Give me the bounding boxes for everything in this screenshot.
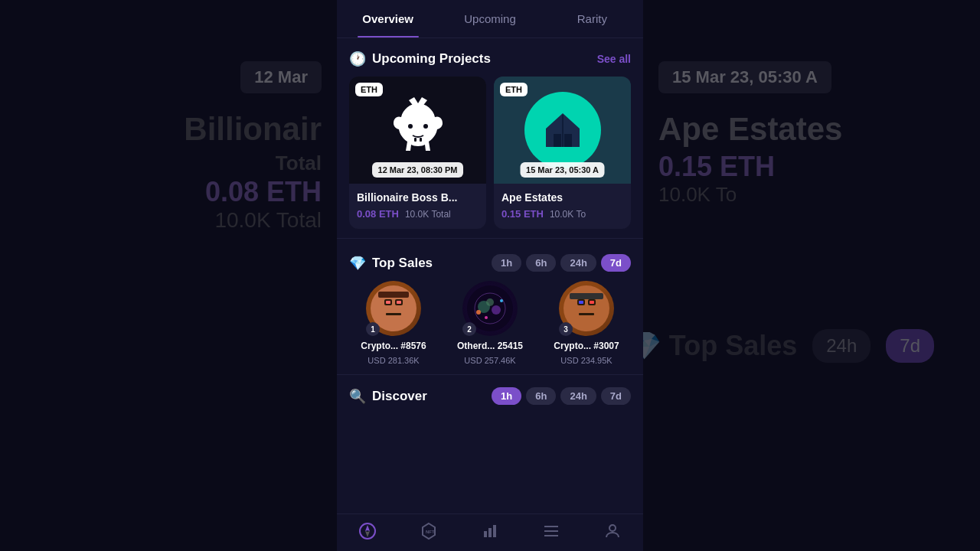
svg-text:NFT: NFT bbox=[426, 530, 435, 534]
nav-list[interactable] bbox=[542, 522, 560, 540]
discover-section: 🔍 Discover 1h 6h 24h 7d bbox=[337, 378, 643, 419]
ape-estates-icon bbox=[524, 92, 601, 168]
tab-overview[interactable]: Overview bbox=[337, 0, 439, 37]
svg-point-1 bbox=[423, 124, 428, 129]
svg-point-22 bbox=[500, 299, 503, 302]
tab-rarity[interactable]: Rarity bbox=[541, 0, 643, 37]
bottom-nav: NFT bbox=[337, 514, 643, 551]
compass-icon bbox=[358, 522, 377, 540]
discover-header: 🔍 Discover 1h 6h 24h 7d bbox=[349, 387, 631, 405]
bg-big-text-left: Billionair bbox=[184, 109, 322, 151]
house-icon bbox=[540, 107, 586, 153]
sale-rank-0: 1 bbox=[366, 322, 380, 336]
svg-rect-30 bbox=[570, 293, 603, 299]
sale-item-0[interactable]: 1 Crypto... #8576 USD 281.36K bbox=[349, 281, 438, 365]
svg-marker-33 bbox=[365, 531, 370, 537]
card-date-0: 12 Mar 23, 08:30 PM bbox=[372, 162, 464, 178]
upcoming-header: 🕐 Upcoming Projects See all bbox=[349, 51, 631, 67]
clock-icon: 🕐 bbox=[349, 51, 366, 67]
top-sales-header: 💎 Top Sales 1h 6h 24h 7d bbox=[349, 254, 631, 272]
filter-1h[interactable]: 1h bbox=[492, 254, 521, 272]
nav-nft[interactable]: NFT bbox=[420, 522, 438, 540]
diamond-icon: 💎 bbox=[349, 255, 366, 272]
card-name-0: Billionaire Boss B... bbox=[357, 191, 479, 204]
svg-rect-38 bbox=[493, 525, 496, 537]
discover-filters: 1h 6h 24h 7d bbox=[492, 387, 631, 405]
sale-item-2[interactable]: 3 Crypto... #3007 USD 234.95K bbox=[542, 281, 631, 365]
svg-rect-27 bbox=[579, 301, 583, 304]
sale-price-1: USD 257.46K bbox=[464, 356, 515, 365]
tab-upcoming[interactable]: Upcoming bbox=[439, 0, 541, 37]
svg-rect-6 bbox=[564, 134, 572, 147]
card-total-0: 10.0K Total bbox=[405, 209, 451, 220]
discover-filter-6h[interactable]: 6h bbox=[526, 387, 556, 405]
bg-big-text-right: Ape Estates bbox=[658, 109, 842, 151]
filter-24h[interactable]: 24h bbox=[560, 254, 596, 272]
bg-total-val-left: 10.0K Total bbox=[214, 208, 322, 233]
sale-item-1[interactable]: 2 Otherd... 25415 USD 257.46K bbox=[446, 281, 534, 365]
discover-filter-1h[interactable]: 1h bbox=[492, 387, 521, 405]
top-sales-title-text: Top Sales bbox=[372, 256, 433, 271]
bg-eth-right: 0.15 ETH bbox=[658, 151, 775, 183]
svg-marker-32 bbox=[365, 525, 370, 531]
divider-1 bbox=[337, 238, 643, 239]
discover-filter-24h[interactable]: 24h bbox=[560, 387, 596, 405]
list-icon bbox=[542, 522, 560, 540]
sale-price-0: USD 281.36K bbox=[368, 356, 419, 365]
svg-rect-5 bbox=[554, 134, 561, 147]
top-sales-filters: 1h 6h 24h 7d bbox=[492, 254, 631, 272]
svg-rect-41 bbox=[544, 535, 558, 536]
discover-title: 🔍 Discover bbox=[349, 388, 427, 405]
svg-point-19 bbox=[492, 305, 501, 315]
bg-date-right: 15 Mar 23, 05:30 A bbox=[658, 61, 831, 93]
card-price-1: 0.15 ETH bbox=[501, 208, 544, 220]
sales-row: 1 Crypto... #8576 USD 281.36K bbox=[349, 281, 631, 365]
top-sales-title: 💎 Top Sales bbox=[349, 255, 433, 272]
sale-rank-2: 3 bbox=[559, 322, 573, 336]
discover-filter-7d[interactable]: 7d bbox=[601, 387, 631, 405]
card-image-0: ETH 12 Mar 23, 08:30 PM bbox=[349, 77, 486, 184]
svg-rect-2 bbox=[414, 138, 416, 142]
nft-card-0[interactable]: ETH 12 Mar 23, 08:30 PM B bbox=[349, 77, 486, 229]
nft-card-1[interactable]: ETH 15 Mar 23, 05:30 A Ape E bbox=[494, 77, 631, 229]
sale-name-1: Otherd... 25415 bbox=[457, 341, 523, 351]
nav-profile[interactable] bbox=[603, 522, 622, 540]
upcoming-section: 🕐 Upcoming Projects See all ETH bbox=[337, 38, 643, 235]
main-panel: Overview Upcoming Rarity 🕐 Upcoming Proj… bbox=[337, 0, 643, 551]
card-meta-1: 0.15 ETH 10.0K To bbox=[501, 208, 623, 220]
card-info-0: Billionaire Boss B... 0.08 ETH 10.0K Tot… bbox=[349, 184, 486, 229]
bull-icon bbox=[387, 96, 449, 165]
svg-point-21 bbox=[476, 310, 481, 315]
eth-badge-0: ETH bbox=[355, 83, 383, 96]
sale-name-2: Crypto... #3007 bbox=[554, 341, 619, 351]
card-price-0: 0.08 ETH bbox=[357, 208, 399, 220]
filter-6h[interactable]: 6h bbox=[526, 254, 556, 272]
bg-left-content: 12 Mar Billionair Total 0.08 ETH 10.0K T… bbox=[0, 0, 337, 551]
svg-rect-14 bbox=[386, 313, 401, 315]
svg-point-42 bbox=[609, 525, 616, 531]
filter-7d[interactable]: 7d bbox=[601, 254, 631, 272]
sale-avatar-wrap-0: 1 bbox=[366, 281, 421, 336]
svg-point-23 bbox=[485, 316, 488, 319]
bg-eth-left: 0.08 ETH bbox=[205, 176, 322, 208]
sale-avatar-wrap-1: 2 bbox=[462, 281, 518, 336]
card-name-1: Ape Estates bbox=[501, 191, 623, 204]
sale-rank-1: 2 bbox=[462, 322, 476, 336]
top-sales-section: 💎 Top Sales 1h 6h 24h 7d bbox=[337, 242, 643, 371]
bg-total-right: 10.0K To bbox=[658, 183, 737, 207]
upcoming-title: 🕐 Upcoming Projects bbox=[349, 51, 491, 67]
nav-chart[interactable] bbox=[481, 522, 499, 540]
see-all-button[interactable]: See all bbox=[597, 53, 631, 65]
eth-badge-1: ETH bbox=[500, 83, 528, 96]
svg-rect-39 bbox=[544, 526, 558, 527]
svg-point-20 bbox=[486, 298, 494, 306]
person-icon bbox=[603, 522, 622, 540]
svg-rect-28 bbox=[590, 301, 594, 304]
svg-rect-12 bbox=[386, 301, 390, 304]
sale-price-2: USD 234.95K bbox=[560, 356, 612, 365]
discover-icon: 🔍 bbox=[349, 388, 366, 405]
svg-rect-37 bbox=[488, 528, 492, 537]
nft-icon: NFT bbox=[420, 522, 438, 540]
svg-rect-40 bbox=[544, 530, 558, 532]
nav-compass[interactable] bbox=[358, 522, 377, 540]
